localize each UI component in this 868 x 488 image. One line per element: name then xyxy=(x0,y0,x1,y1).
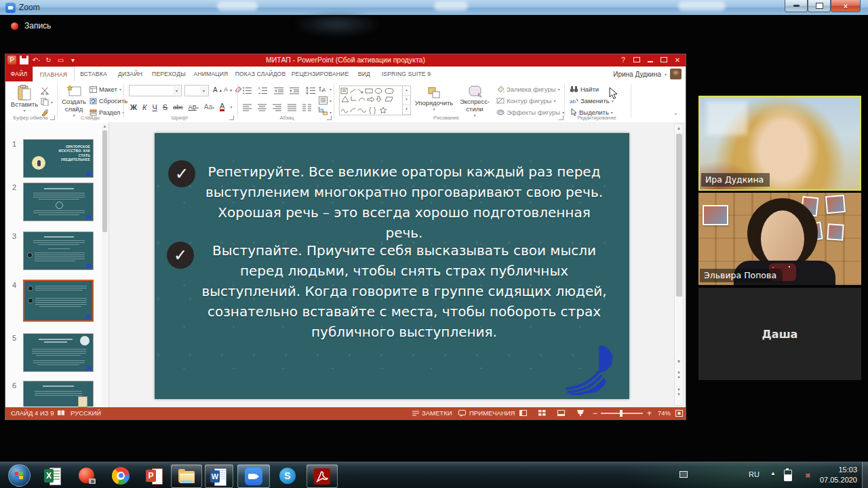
paste-button[interactable]: Вставить▾ xyxy=(9,85,39,113)
copy-button[interactable]: ▾ xyxy=(41,98,53,106)
reading-view-icon[interactable] xyxy=(557,410,565,416)
slide-sorter-view-icon[interactable] xyxy=(538,410,546,417)
comments-button[interactable]: ПРИМЕЧАНИЯ xyxy=(469,407,515,419)
taskbar-camera-app[interactable] xyxy=(73,464,100,487)
decrease-indent-icon[interactable] xyxy=(274,87,283,94)
maximize-button[interactable] xyxy=(808,0,831,12)
text-shadow-button[interactable]: abc xyxy=(173,104,183,111)
fit-to-window-icon[interactable] xyxy=(675,410,683,418)
zoom-slider-thumb[interactable] xyxy=(620,410,623,417)
increase-indent-icon[interactable] xyxy=(290,87,299,94)
tab-slideshow[interactable]: ПОКАЗ СЛАЙДОВ xyxy=(232,67,289,81)
replace-button[interactable]: abЗаменить▾ xyxy=(570,97,614,105)
tab-review[interactable]: РЕЦЕНЗИРОВАНИЕ xyxy=(289,67,351,81)
tab-file[interactable]: ФАЙЛ xyxy=(5,67,33,81)
bullets-icon[interactable] xyxy=(243,87,252,94)
reset-button[interactable]: Сбросить xyxy=(90,97,127,105)
align-left-icon[interactable] xyxy=(243,104,252,111)
taskbar-explorer[interactable] xyxy=(171,464,202,488)
account-area[interactable]: Ирина Дудкина ▾ xyxy=(613,69,682,79)
shape-fill-button[interactable]: Заливка фигуры▾ xyxy=(496,86,560,93)
zoom-slider[interactable] xyxy=(601,413,643,414)
powerpoint-titlebar[interactable]: P ↶▾ ↻ ▭ ▾ МИТАП - PowerPoint (Сбой акти… xyxy=(5,54,686,67)
tab-design[interactable]: ДИЗАЙН xyxy=(113,67,148,81)
taskbar-word[interactable]: W xyxy=(205,464,233,488)
taskbar-powerpoint[interactable]: P xyxy=(141,464,168,487)
cut-button[interactable] xyxy=(41,87,50,95)
ppt-restore-button[interactable] xyxy=(657,54,671,67)
shapes-gallery[interactable]: { } ▴▾⇟ xyxy=(339,86,411,115)
font-dialog-launcher[interactable] xyxy=(229,115,234,120)
thumbnail-scrollbar[interactable]: ▲ xyxy=(102,124,108,406)
drawing-dialog-launcher[interactable] xyxy=(559,115,564,120)
tab-view[interactable]: ВИД xyxy=(351,67,377,81)
ppt-close-button[interactable]: ✕ xyxy=(671,54,684,67)
tab-ispring[interactable]: ISPRING SUITE 9 xyxy=(377,67,435,81)
slide-thumbnail-6[interactable] xyxy=(23,381,94,407)
zoom-out-button[interactable]: − xyxy=(593,407,597,419)
italic-button[interactable]: К xyxy=(142,103,146,111)
strikethrough-button[interactable]: S xyxy=(163,103,167,111)
slide-thumbnail-3[interactable] xyxy=(23,231,94,270)
slide-canvas[interactable]: ✓ Репетируйте. Все великие ораторы кажды… xyxy=(155,133,629,399)
show-desktop-button[interactable] xyxy=(862,462,868,488)
help-icon[interactable]: ? xyxy=(616,54,630,67)
ppt-minimize-button[interactable] xyxy=(644,54,657,67)
slideshow-view-icon[interactable] xyxy=(576,410,585,418)
character-spacing-button[interactable]: АВ▾ xyxy=(189,104,199,111)
taskbar-skype[interactable]: S xyxy=(274,464,301,487)
participant-video-dasha[interactable]: Даша xyxy=(698,288,861,380)
font-color-button[interactable]: А xyxy=(220,102,224,111)
language-indicator[interactable]: РУССКИЙ xyxy=(71,407,101,419)
grow-font-button[interactable]: A▴ xyxy=(213,86,222,94)
columns-icon[interactable] xyxy=(302,104,312,111)
tab-animations[interactable]: АНИМАЦИЯ xyxy=(190,67,232,81)
spellcheck-icon[interactable] xyxy=(57,410,65,418)
align-right-icon[interactable] xyxy=(273,104,281,111)
tab-transitions[interactable]: ПЕРЕХОДЫ xyxy=(148,67,190,81)
zoom-percentage[interactable]: 74% xyxy=(658,407,671,419)
scroll-up-icon[interactable]: ▲ xyxy=(102,124,108,128)
bold-button[interactable]: Ж xyxy=(130,103,137,111)
scrollbar-thumb[interactable] xyxy=(102,130,107,232)
minimize-button[interactable] xyxy=(785,0,808,12)
line-spacing-icon[interactable] xyxy=(305,87,315,94)
clear-formatting-button[interactable] xyxy=(234,86,242,93)
participant-video-ira[interactable]: Ира Дудкина xyxy=(698,96,861,191)
change-case-button[interactable]: Аа▾ xyxy=(204,103,214,111)
slide-thumbnail-2[interactable] xyxy=(23,183,94,221)
shape-outline-button[interactable]: Контур фигуры▾ xyxy=(496,97,555,105)
justify-icon[interactable] xyxy=(288,104,296,111)
align-text-button[interactable]: ▾ xyxy=(319,96,332,105)
taskbar-zoom-active[interactable] xyxy=(237,464,270,488)
text-direction-button[interactable]: A▾ xyxy=(319,85,332,93)
slide-counter[interactable]: СЛАЙД 4 ИЗ 9 xyxy=(11,407,54,419)
taskbar-excel[interactable]: X xyxy=(39,464,66,487)
font-size-combo[interactable]: ▾ xyxy=(184,85,209,96)
find-button[interactable]: Найти xyxy=(570,86,599,93)
slide-thumbnail-4-selected[interactable] xyxy=(23,280,94,322)
clock[interactable]: 15:03 07.05.2020 xyxy=(820,465,857,485)
clipboard-dialog-launcher[interactable] xyxy=(50,115,55,120)
tab-insert[interactable]: ВСТАВКА xyxy=(75,67,113,81)
start-button[interactable] xyxy=(5,464,33,487)
scroll-down-icon[interactable]: ▼ xyxy=(675,359,683,364)
quick-styles-button[interactable]: Экспресс-стили▾ xyxy=(457,85,492,118)
font-name-combo[interactable]: ▾ xyxy=(129,85,182,96)
ribbon-display-options-icon[interactable] xyxy=(630,54,644,67)
arrange-button[interactable]: Упорядочить▾ xyxy=(412,86,456,112)
underline-button[interactable]: Ч xyxy=(152,103,157,111)
notes-button[interactable]: ЗАМЕТКИ xyxy=(422,407,452,419)
recording-indicator[interactable]: Запись xyxy=(11,21,51,31)
slide-thumbnail-5[interactable] xyxy=(23,333,94,372)
tab-home[interactable]: ГЛАВНАЯ xyxy=(33,67,75,81)
slide-thumbnail-1[interactable]: ОРАТОРСКОЕ ИСКУССТВО- КАК СТАТЬ УБЕДИТЕЛ… xyxy=(23,139,94,178)
layout-button[interactable]: Макет▾ xyxy=(90,86,121,93)
participant-video-elvira[interactable]: Эльвира Попова xyxy=(698,193,861,285)
align-center-icon[interactable] xyxy=(258,104,267,111)
editor-scrollbar[interactable]: ▲ ▼ ▲▲ ▼▼ xyxy=(674,124,684,406)
shapes-scrollbar[interactable]: ▴▾⇟ xyxy=(402,86,410,115)
taskbar-chrome[interactable] xyxy=(107,464,134,487)
previous-slide-button[interactable]: ▲▲ xyxy=(675,370,683,379)
scrollbar-thumb[interactable] xyxy=(676,134,682,297)
